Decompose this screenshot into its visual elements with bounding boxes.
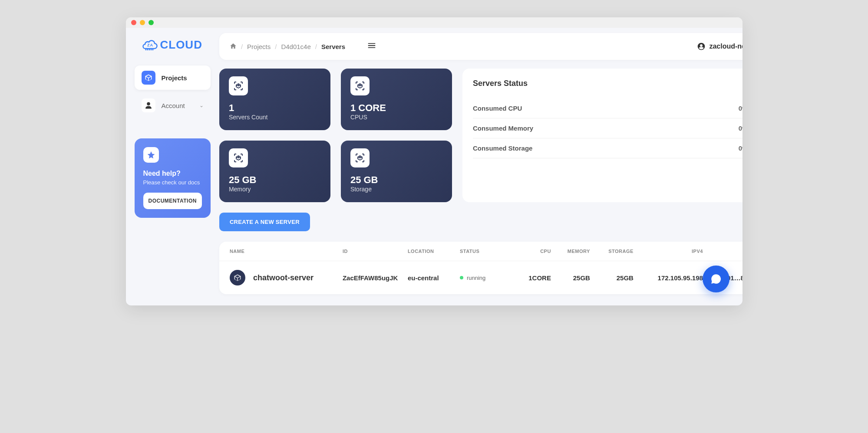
stat-label: Storage (350, 186, 442, 193)
stat-label: CPUS (350, 114, 442, 121)
status-label: Consumed CPU (473, 105, 522, 112)
user-name: zacloud-net (709, 43, 742, 50)
server-cpu: 1CORE (512, 274, 551, 282)
servers-table: NAME ID LOCATION STATUS CPU MEMORY STORA… (219, 242, 743, 294)
status-row-storage: Consumed Storage 0% (473, 138, 743, 158)
col-header-memory: MEMORY (551, 249, 590, 254)
chat-fab[interactable] (703, 266, 729, 292)
sidebar-item-label: Account (162, 102, 185, 109)
cube-scan-icon (350, 76, 370, 95)
status-row-cpu: Consumed CPU 0% (473, 98, 743, 118)
user-circle-icon (697, 42, 706, 51)
stat-value: 25 GB (229, 174, 321, 186)
logo-text: CLOUD (160, 38, 202, 52)
user-menu[interactable]: zacloud-net (697, 42, 742, 51)
server-id: ZacEfFAW85ugJK (343, 274, 408, 282)
col-header-cpu: CPU (512, 249, 551, 254)
star-icon (143, 147, 159, 163)
status-title: Servers Status (473, 79, 743, 88)
documentation-button[interactable]: DOCUMENTATION (143, 193, 202, 209)
breadcrumb-projects[interactable]: Projects (247, 43, 271, 50)
svg-text:ZA: ZA (147, 43, 153, 47)
status-value: 0% (739, 105, 743, 112)
status-dot-icon (460, 276, 463, 279)
window-minimize[interactable] (140, 20, 145, 25)
stat-label: Servers Count (229, 114, 321, 121)
server-avatar-icon (230, 270, 245, 285)
sidebar-item-account[interactable]: Account ⌄ (135, 93, 211, 118)
cube-scan-icon (350, 148, 370, 167)
help-card: Need help? Please check our docs DOCUMEN… (135, 138, 211, 218)
stat-value: 25 GB (350, 174, 442, 186)
server-ipv4: 172.105.95.198 (634, 274, 703, 282)
col-header-id: ID (343, 249, 408, 254)
table-row[interactable]: chatwoot-server ZacEfFAW85ugJK eu-centra… (219, 261, 743, 294)
sidebar-item-label: Projects (162, 74, 187, 82)
col-header-status: STATUS (460, 249, 512, 254)
status-value: 0% (739, 144, 743, 152)
server-location: eu-central (408, 274, 460, 282)
sidebar-item-projects[interactable]: Projects (135, 66, 211, 90)
breadcrumb-current: Servers (321, 43, 345, 50)
help-subtitle: Please check our docs (143, 179, 202, 186)
topbar: / Projects / D4d01c4e / Servers zacloud-… (219, 33, 743, 60)
window-titlebar (126, 17, 743, 28)
col-header-storage: STORAGE (590, 249, 634, 254)
col-header-ipv4: IPV4 (634, 249, 703, 254)
box-icon (142, 71, 155, 85)
status-label: Consumed Memory (473, 125, 533, 132)
server-name: chatwoot-server (253, 273, 314, 282)
stat-card-memory: 25 GB Memory (219, 141, 330, 202)
logo[interactable]: ZA CLOUD (135, 38, 211, 52)
window-close[interactable] (131, 20, 136, 25)
stat-card-cpus: 1 CORE CPUS (341, 69, 452, 130)
breadcrumb: / Projects / D4d01c4e / Servers (230, 43, 345, 51)
stat-label: Memory (229, 186, 321, 193)
server-storage: 25GB (590, 274, 634, 282)
breadcrumb-project-id[interactable]: D4d01c4e (281, 43, 310, 50)
cube-scan-icon (229, 76, 248, 95)
stat-card-storage: 25 GB Storage (341, 141, 452, 202)
status-panel: Servers Status Consumed CPU 0% Consumed … (462, 69, 743, 202)
stat-value: 1 (229, 102, 321, 114)
home-icon[interactable] (230, 43, 237, 51)
server-status: running (467, 275, 485, 281)
status-value: 0% (739, 125, 743, 132)
col-header-location: LOCATION (408, 249, 460, 254)
status-label: Consumed Storage (473, 144, 533, 152)
status-row-memory: Consumed Memory 0% (473, 118, 743, 138)
create-server-button[interactable]: CREATE A NEW SERVER (219, 213, 310, 231)
server-memory: 25GB (551, 274, 590, 282)
user-icon (142, 98, 155, 112)
window-maximize[interactable] (149, 20, 154, 25)
cloud-icon: ZA (142, 39, 158, 51)
chevron-down-icon: ⌄ (199, 102, 204, 108)
cube-scan-icon (229, 148, 248, 167)
stat-value: 1 CORE (350, 102, 442, 114)
menu-toggle[interactable] (367, 41, 376, 52)
col-header-name: NAME (230, 249, 343, 254)
stat-card-servers: 1 Servers Count (219, 69, 330, 130)
help-title: Need help? (143, 170, 202, 177)
